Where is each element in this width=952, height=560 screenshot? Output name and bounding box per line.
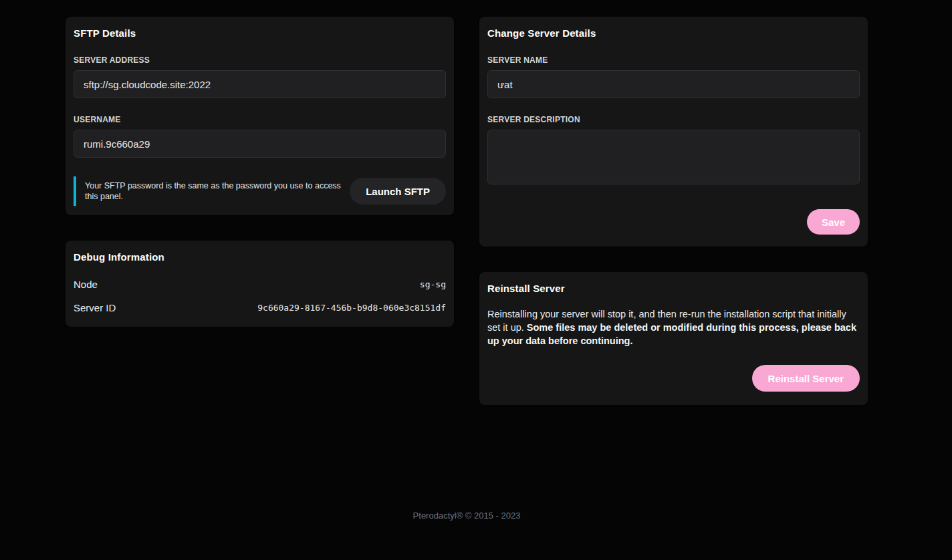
username-input[interactable] [74, 130, 446, 158]
server-name-label: SERVER NAME [487, 55, 860, 65]
server-details-card-title: Change Server Details [487, 27, 860, 39]
server-address-input[interactable] [74, 70, 446, 98]
sftp-note-row: Your SFTP password is the same as the pa… [74, 176, 446, 206]
debug-row-server-id: Server ID 9c660a29-8167-456b-b9d8-060e3c… [74, 302, 446, 313]
reinstall-server-card: Reinstall Server Reinstalling your serve… [479, 272, 868, 405]
reinstall-warning-bold: Some files may be deleted or modified du… [487, 322, 856, 346]
change-server-details-card: Change Server Details SERVER NAME SERVER… [479, 17, 868, 247]
launch-sftp-button[interactable]: Launch SFTP [350, 178, 446, 204]
server-description-label: SERVER DESCRIPTION [487, 115, 860, 124]
footer-copyright: Pterodactyl® © 2015 - 2023 [66, 511, 868, 521]
save-button[interactable]: Save [807, 209, 860, 235]
debug-node-value: sg-sg [420, 279, 446, 289]
left-column: SFTP Details SERVER ADDRESS USERNAME You… [66, 17, 454, 327]
server-address-label: SERVER ADDRESS [74, 55, 446, 65]
save-button-row: Save [487, 209, 860, 237]
debug-server-id-value: 9c660a29-8167-456b-b9d8-060e3c8151df [257, 303, 446, 313]
settings-grid: SFTP Details SERVER ADDRESS USERNAME You… [66, 17, 868, 405]
reinstall-server-button[interactable]: Reinstall Server [752, 365, 860, 392]
debug-server-id-label: Server ID [74, 302, 116, 313]
reinstall-warning-text: Reinstalling your server will stop it, a… [487, 307, 860, 347]
server-description-textarea[interactable] [487, 130, 860, 184]
sftp-card-title: SFTP Details [74, 27, 446, 39]
right-column: Change Server Details SERVER NAME SERVER… [479, 17, 868, 405]
debug-node-label: Node [74, 279, 98, 290]
sftp-details-card: SFTP Details SERVER ADDRESS USERNAME You… [66, 17, 454, 215]
server-name-input[interactable] [487, 70, 860, 98]
username-label: USERNAME [74, 115, 446, 124]
debug-information-card: Debug Information Node sg-sg Server ID 9… [66, 241, 454, 327]
debug-card-title: Debug Information [74, 251, 446, 263]
server-settings-page: SFTP Details SERVER ADDRESS USERNAME You… [66, 0, 868, 521]
sftp-password-note: Your SFTP password is the same as the pa… [74, 176, 344, 206]
reinstall-button-row: Reinstall Server [487, 365, 860, 396]
debug-row-node: Node sg-sg [74, 279, 446, 290]
reinstall-card-title: Reinstall Server [487, 283, 860, 294]
debug-rows: Node sg-sg Server ID 9c660a29-8167-456b-… [74, 279, 446, 317]
